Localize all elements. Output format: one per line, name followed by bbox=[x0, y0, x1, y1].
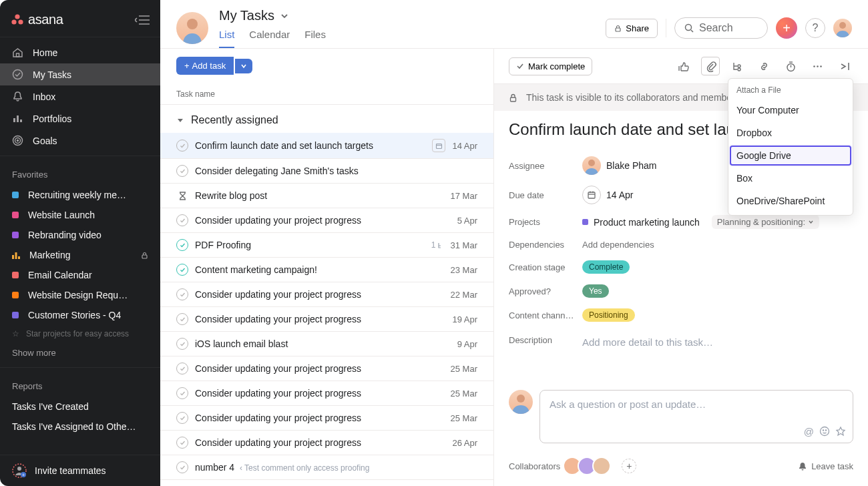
nav-goals[interactable]: Goals bbox=[0, 130, 160, 152]
chevron-down-icon[interactable] bbox=[280, 11, 289, 21]
star-icon[interactable] bbox=[835, 426, 846, 437]
hourglass-icon bbox=[176, 190, 188, 202]
collaborator-avatars[interactable] bbox=[567, 457, 611, 475]
task-check-icon[interactable] bbox=[176, 412, 188, 424]
invite-teammates[interactable]: + Invite teammates bbox=[0, 455, 160, 486]
more-icon[interactable] bbox=[808, 57, 827, 75]
channel-value[interactable]: Positioning bbox=[582, 308, 635, 322]
task-check-icon[interactable] bbox=[176, 140, 188, 152]
task-row[interactable]: Consider updating your project progress2… bbox=[160, 431, 493, 455]
bell-icon bbox=[798, 461, 807, 471]
favorite-item[interactable]: Rebranding video bbox=[0, 225, 160, 245]
favorite-item[interactable]: Website Launch bbox=[0, 205, 160, 225]
stage-value[interactable]: Complete bbox=[582, 260, 630, 274]
attach-option[interactable]: OneDrive/SharePoint bbox=[728, 190, 853, 212]
report-item[interactable]: Tasks I've Created bbox=[0, 397, 160, 417]
svg-point-19 bbox=[17, 467, 21, 471]
help-button[interactable]: ? bbox=[805, 18, 825, 38]
task-check-icon[interactable] bbox=[176, 288, 188, 300]
collapse-sidebar-icon[interactable] bbox=[135, 14, 150, 26]
tab-list[interactable]: List bbox=[219, 23, 234, 48]
favorite-item[interactable]: Recruiting weekly me… bbox=[0, 185, 160, 205]
user-avatar[interactable] bbox=[833, 19, 852, 37]
task-name: Consider updating your project progress bbox=[195, 437, 445, 448]
comment-input[interactable]: Ask a question or post an update… @ bbox=[539, 390, 853, 443]
timer-icon[interactable] bbox=[781, 57, 800, 75]
attach-option[interactable]: Dropbox bbox=[728, 121, 853, 144]
task-row[interactable]: Confirm launch date and set launch targe… bbox=[160, 133, 493, 159]
task-check-icon[interactable] bbox=[176, 338, 188, 350]
task-row[interactable]: PDF Proofing1 31 Mar bbox=[160, 233, 493, 258]
svg-point-47 bbox=[821, 427, 829, 436]
logo[interactable]: asana bbox=[11, 12, 63, 27]
global-add-button[interactable]: + bbox=[776, 17, 797, 39]
mark-complete-button[interactable]: Mark complete bbox=[509, 57, 592, 75]
svg-rect-16 bbox=[18, 256, 20, 259]
description-input[interactable]: Add more detail to this task… bbox=[582, 332, 713, 348]
subtask-icon[interactable] bbox=[728, 57, 746, 75]
add-dependencies[interactable]: Add dependencies bbox=[582, 240, 654, 250]
add-collaborator-button[interactable]: + bbox=[622, 459, 636, 473]
at-mention-icon[interactable]: @ bbox=[804, 426, 814, 437]
project-value[interactable]: Product marketing launch Planning & posi… bbox=[582, 215, 819, 229]
share-button[interactable]: Share bbox=[606, 19, 658, 38]
search-input[interactable]: Search bbox=[674, 17, 768, 39]
topbar: My Tasks ListCalendarFiles Share Search bbox=[160, 0, 868, 48]
favorite-item[interactable]: Marketing bbox=[0, 245, 160, 265]
task-row[interactable]: Rewrite blog post17 Mar bbox=[160, 184, 493, 208]
task-row[interactable]: Consider updating your project progress5… bbox=[160, 208, 493, 233]
task-list: +Add task Task name Recently assigned Co… bbox=[160, 49, 494, 486]
link-icon[interactable] bbox=[754, 57, 773, 75]
svg-text:+: + bbox=[22, 473, 25, 477]
task-row[interactable]: iOS launch email blast9 Apr bbox=[160, 332, 493, 356]
like-icon[interactable] bbox=[674, 57, 693, 75]
profile-avatar[interactable] bbox=[176, 12, 208, 44]
favorite-item[interactable]: Customer Stories - Q4 bbox=[0, 305, 160, 325]
task-check-icon[interactable] bbox=[176, 461, 188, 473]
task-check-icon[interactable] bbox=[176, 437, 188, 449]
task-row[interactable]: Consider updating your project progress1… bbox=[160, 307, 493, 332]
tab-calendar[interactable]: Calendar bbox=[249, 23, 290, 48]
nav-my-tasks[interactable]: My Tasks bbox=[0, 63, 160, 85]
favorite-item[interactable]: Email Calendar bbox=[0, 265, 160, 285]
attach-option[interactable]: Box bbox=[728, 167, 853, 190]
attach-option[interactable]: Google Drive bbox=[728, 144, 853, 167]
show-more-link[interactable]: Show more bbox=[0, 342, 160, 363]
due-date-value[interactable]: 14 Apr bbox=[582, 186, 633, 204]
emoji-icon[interactable] bbox=[819, 426, 830, 437]
task-row[interactable]: number 4 ‹ Test comment only access proo… bbox=[160, 455, 493, 480]
svg-rect-40 bbox=[511, 97, 516, 101]
leave-task-button[interactable]: Leave task bbox=[798, 461, 853, 471]
favorite-item[interactable]: Website Design Requ… bbox=[0, 285, 160, 305]
task-check-icon[interactable] bbox=[176, 313, 188, 325]
project-color-icon bbox=[12, 312, 19, 318]
task-row[interactable]: Consider updating your project progress2… bbox=[160, 282, 493, 307]
assignee-value[interactable]: Blake Pham bbox=[582, 156, 656, 175]
attach-icon[interactable] bbox=[701, 57, 720, 75]
add-task-menu-button[interactable] bbox=[235, 59, 252, 73]
task-check-icon[interactable] bbox=[176, 214, 188, 226]
approved-value[interactable]: Yes bbox=[582, 284, 609, 298]
close-pane-icon[interactable] bbox=[835, 57, 853, 75]
task-row[interactable]: Consider updating your project progress2… bbox=[160, 381, 493, 406]
task-row[interactable]: Consider updating your project progress2… bbox=[160, 356, 493, 381]
add-task-button[interactable]: +Add task bbox=[176, 57, 234, 75]
attach-option[interactable]: Your Computer bbox=[728, 99, 853, 121]
nav-inbox[interactable]: Inbox bbox=[0, 85, 160, 107]
task-row[interactable]: Consider updating your project progress2… bbox=[160, 406, 493, 431]
task-check-icon[interactable] bbox=[176, 239, 188, 251]
task-row[interactable]: Content marketing campaign!23 Mar bbox=[160, 258, 493, 282]
task-check-icon[interactable] bbox=[176, 165, 188, 177]
reports-heading: Reports bbox=[0, 372, 160, 397]
nav-portfolios[interactable]: Portfolios bbox=[0, 107, 160, 130]
project-section-tag[interactable]: Planning & positioning: bbox=[712, 215, 819, 229]
task-row[interactable]: Consider delegating Jane Smith's tasks bbox=[160, 159, 493, 184]
task-check-icon[interactable] bbox=[176, 387, 188, 399]
tab-files[interactable]: Files bbox=[304, 23, 326, 48]
task-check-icon[interactable] bbox=[176, 362, 188, 375]
nav-home[interactable]: Home bbox=[0, 41, 160, 63]
report-item[interactable]: Tasks I've Assigned to Othe… bbox=[0, 417, 160, 437]
calendar-icon[interactable] bbox=[432, 139, 445, 152]
section-recently-assigned[interactable]: Recently assigned bbox=[160, 105, 493, 133]
task-check-icon[interactable] bbox=[176, 264, 188, 276]
